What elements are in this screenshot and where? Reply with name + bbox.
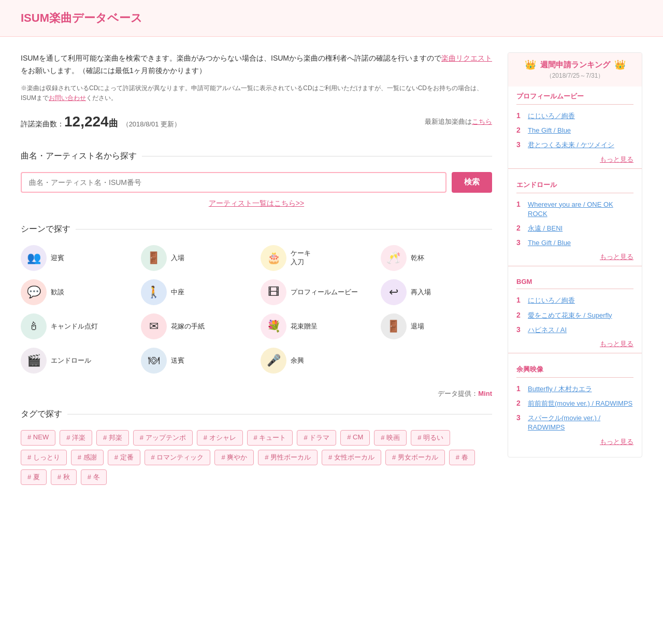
more-link: もっと見る xyxy=(516,435,633,451)
scene-item[interactable]: 🚪入場 xyxy=(141,245,253,271)
rank-song[interactable]: にじいろ／絢香 xyxy=(528,296,575,305)
more-link: もっと見る xyxy=(516,250,633,266)
rank-number: 2 xyxy=(516,399,524,407)
tag-item[interactable]: # オシャレ xyxy=(197,430,243,446)
tag-item[interactable]: # しっとり xyxy=(21,450,67,465)
tag-item[interactable]: # 爽やか xyxy=(214,450,254,465)
mint-link[interactable]: Mint xyxy=(478,390,492,397)
scene-item[interactable]: ✉花嫁の手紙 xyxy=(141,313,253,339)
scene-icon: 🍽 xyxy=(141,348,167,374)
ranking-date: （2018/7/25～7/31） xyxy=(516,71,633,80)
scene-label: 送賓 xyxy=(171,356,184,365)
scene-title: シーンで探す xyxy=(21,224,70,235)
tag-item[interactable]: # 夏 xyxy=(21,469,47,485)
rank-number: 3 xyxy=(516,140,524,149)
search-button[interactable]: 検索 xyxy=(452,172,492,193)
tag-item[interactable]: # CM xyxy=(340,430,370,446)
ranking-item: 1にじいろ／絢香 xyxy=(516,109,633,123)
intro-text2: をお願いします。（確認には最低1ヶ月前後かかります） xyxy=(21,66,206,75)
count-section: 許諾楽曲数：12,224曲（2018/8/01 更新） 最新追加楽曲はこちら xyxy=(21,113,492,135)
rank-song[interactable]: Butterfly / 木村カエラ xyxy=(528,384,592,394)
tag-item[interactable]: # NEW xyxy=(21,430,55,446)
tag-item[interactable]: # 秋 xyxy=(51,469,77,485)
category-label: BGM xyxy=(516,273,633,289)
rank-song[interactable]: スパークル(movie ver.) / RADWIMPS xyxy=(528,413,633,432)
tag-item[interactable]: # 春 xyxy=(449,450,475,465)
latest-label: 最新追加楽曲は xyxy=(425,118,472,125)
more-link-anchor[interactable]: もっと見る xyxy=(600,253,633,261)
scene-grid: 👥迎賓🚪入場🎂ケーキ 入刀🥂乾杯💬歓談🚶中座🎞プロフィールムービー↩再入場🕯キャ… xyxy=(21,245,492,374)
tag-item[interactable]: # キュート xyxy=(247,430,293,446)
rank-song[interactable]: 前前前世(movie ver.) / RADWIMPS xyxy=(528,399,632,408)
scene-item[interactable]: 🥂乾杯 xyxy=(381,245,493,271)
scene-icon: 🚶 xyxy=(141,279,167,305)
tag-item[interactable]: # 男女ボーカル xyxy=(385,450,445,465)
rank-number: 3 xyxy=(516,413,524,422)
tag-item[interactable]: # 冬 xyxy=(81,469,107,485)
tag-item[interactable]: # 邦楽 xyxy=(96,430,129,446)
category-label: 余興映像 xyxy=(516,360,633,378)
tag-item[interactable]: # ドラマ xyxy=(297,430,336,446)
search-input[interactable] xyxy=(21,172,446,193)
intro-text1: ISUMを通して利用可能な楽曲を検索できます。楽曲がみつからない場合は、ISUM… xyxy=(21,54,441,62)
rank-song[interactable]: ハピネス / AI xyxy=(528,325,567,335)
scene-item[interactable]: 🍽送賓 xyxy=(141,348,253,374)
count-updated: （2018/8/01 更新） xyxy=(122,120,181,128)
tag-item[interactable]: # 明るい xyxy=(411,430,450,446)
artist-list-link[interactable]: アーティスト一覧はこちら>> xyxy=(209,199,304,207)
contact-link[interactable]: お問い合わせ xyxy=(49,94,86,102)
ranking-item: 3The Gift / Blue xyxy=(516,236,633,250)
scene-item[interactable]: 💬歓談 xyxy=(21,279,133,305)
tag-divider xyxy=(67,414,492,414)
scene-item[interactable]: 👥迎賓 xyxy=(21,245,133,271)
tag-header: タグで探す xyxy=(21,409,492,420)
intro-paragraph: ISUMを通して利用可能な楽曲を検索できます。楽曲がみつからない場合は、ISUM… xyxy=(21,52,492,77)
scene-label: 歓談 xyxy=(51,288,64,297)
more-link-anchor[interactable]: もっと見る xyxy=(600,340,633,348)
rank-song[interactable]: 愛をこめて花束を / Superfly xyxy=(528,311,612,320)
tag-item[interactable]: # 感謝 xyxy=(71,450,104,465)
scene-item[interactable]: 🎤余興 xyxy=(261,348,372,374)
scene-item[interactable]: 🚶中座 xyxy=(141,279,253,305)
search-section: 曲名・アーティスト名から探す 検索 アーティスト一覧はこちら>> xyxy=(21,151,492,208)
scene-item[interactable]: 🎬エンドロール xyxy=(21,348,133,374)
scene-item[interactable]: 🕯キャンドル点灯 xyxy=(21,313,133,339)
tag-item[interactable]: # 女性ボーカル xyxy=(322,450,381,465)
rank-song[interactable]: Wherever you are / ONE OK ROCK xyxy=(528,200,633,219)
scene-divider xyxy=(76,229,492,230)
scene-icon: 👥 xyxy=(21,245,47,271)
category-label: エンドロール xyxy=(516,175,633,193)
rank-number: 3 xyxy=(516,238,524,247)
tag-item[interactable]: # 男性ボーカル xyxy=(258,450,318,465)
music-request-link[interactable]: 楽曲リクエスト xyxy=(441,54,492,62)
rank-song[interactable]: にじいろ／絢香 xyxy=(528,111,575,121)
latest-link[interactable]: こちら xyxy=(472,118,492,125)
ranking-card: 👑 週間申請ランキング 👑 （2018/7/25～7/31） プロフィールムービ… xyxy=(508,52,642,457)
scene-item[interactable]: 🎞プロフィールムービー xyxy=(261,279,372,305)
scene-item[interactable]: 🚪退場 xyxy=(381,313,493,339)
rank-song[interactable]: 永遠 / BENI xyxy=(528,224,563,233)
tag-item[interactable]: # ロマンティック xyxy=(145,450,211,465)
rank-song[interactable]: The Gift / Blue xyxy=(528,238,571,248)
rank-song[interactable]: The Gift / Blue xyxy=(528,126,571,135)
tag-item[interactable]: # アップテンポ xyxy=(133,430,193,446)
count-label: 許諾楽曲数： xyxy=(21,120,64,128)
rank-song[interactable]: 君とつくる未来 / ケツメイシ xyxy=(528,140,614,150)
tag-item[interactable]: # 洋楽 xyxy=(60,430,92,446)
scene-label: 中座 xyxy=(171,288,184,297)
scene-icon: 🥂 xyxy=(381,245,407,271)
scene-label: 乾杯 xyxy=(411,254,424,263)
scene-item[interactable]: 💐花束贈呈 xyxy=(261,313,372,339)
count-unit: 曲 xyxy=(109,118,118,128)
more-link-anchor[interactable]: もっと見る xyxy=(600,438,633,446)
more-link-anchor[interactable]: もっと見る xyxy=(600,155,633,163)
tag-item[interactable]: # 定番 xyxy=(108,450,140,465)
scene-section: シーンで探す 👥迎賓🚪入場🎂ケーキ 入刀🥂乾杯💬歓談🚶中座🎞プロフィールムービー… xyxy=(21,224,492,374)
scene-item[interactable]: ↩再入場 xyxy=(381,279,493,305)
credit-label: データ提供： xyxy=(438,390,478,397)
tag-item[interactable]: # 映画 xyxy=(374,430,407,446)
scene-item[interactable]: 🎂ケーキ 入刀 xyxy=(261,245,372,271)
scene-icon: 🚪 xyxy=(381,313,407,339)
latest-section: 最新追加楽曲はこちら xyxy=(425,117,492,126)
scene-label: ケーキ 入刀 xyxy=(291,249,311,267)
